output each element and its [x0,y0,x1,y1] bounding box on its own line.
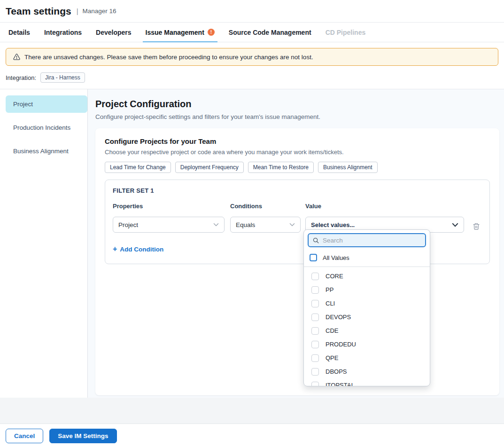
add-condition-label: Add Condition [120,246,163,253]
title-divider: | [77,7,78,15]
tab-cd-pipelines: CD Pipelines [326,23,366,42]
section-subtitle: Configure project-specific settings and … [95,113,499,120]
page-title: Team settings [6,6,71,17]
card-title: Configure Projects for your Team [105,137,490,145]
all-values-option[interactable]: All Values [304,251,430,267]
page: Team settings | Manager 16 Details Integ… [0,0,504,447]
properties-select[interactable]: Project [113,217,225,233]
checkbox-all-values[interactable] [310,254,317,261]
checkbox-dbops[interactable] [311,368,319,376]
main-panel: Project Configuration Configure project-… [88,89,504,398]
option-qpe-label: QPE [326,354,338,361]
trash-icon [473,222,480,230]
banner-zone: There are unsaved changes. Please save t… [0,48,504,89]
dropdown-search [308,233,426,247]
warning-triangle-icon [13,53,21,61]
tab-integrations[interactable]: Integrations [44,23,82,42]
search-input[interactable] [323,237,421,244]
checkbox-cli[interactable] [311,300,319,307]
footer-action-bar: Cancel Save IM Settings [0,423,504,447]
checkbox-pp[interactable] [311,286,319,294]
bottom-strip [0,398,504,423]
sidebar-item-production-incidents[interactable]: Production Incidents [6,119,87,136]
sidebar-item-production-incidents-label: Production Incidents [13,124,70,131]
sidebar-item-business-alignment-label: Business Alignment [13,148,69,155]
chip-business-alignment[interactable]: Business Alignment [318,162,378,173]
tab-source-code-management[interactable]: Source Code Management [229,23,311,42]
chevron-down-icon [213,223,219,227]
option-pp[interactable]: PP [304,283,430,297]
option-core-label: CORE [326,273,343,280]
chip-deployment-frequency[interactable]: Deployment Frequency [175,162,244,173]
checkbox-core[interactable] [311,273,319,280]
conditions-select-value: Equals [236,221,255,228]
option-devops[interactable]: DEVOPS [304,310,430,324]
delete-condition-button[interactable] [473,222,480,230]
metric-chips: Lead Time for Change Deployment Frequenc… [105,162,490,173]
dropdown-options: CORE PP CLI DEVOPS CDE PRODEDU QPE DBOPS… [304,267,430,386]
option-cde-label: CDE [326,327,338,334]
option-prodedu[interactable]: PRODEDU [304,337,430,351]
conditions-select[interactable]: Equals [230,217,301,233]
card-subtitle: Choose your respective project or code a… [105,149,490,156]
chip-lead-time-for-change[interactable]: Lead Time for Change [105,162,171,173]
tab-cd-pipelines-label: CD Pipelines [326,29,366,36]
section-title: Project Configuration [95,99,499,110]
option-cli[interactable]: CLI [304,297,430,310]
option-prodedu-label: PRODEDU [326,341,356,348]
tab-details[interactable]: Details [8,23,30,42]
option-cli-label: CLI [326,300,335,307]
configure-projects-card: Configure Projects for your Team Choose … [95,128,499,395]
option-pp-label: PP [326,286,333,293]
properties-select-value: Project [118,221,138,228]
banner-text: There are unsaved changes. Please save t… [24,54,313,61]
filter-set-1: FILTER SET 1 Properties Project Conditio… [105,180,490,264]
option-cde[interactable]: CDE [304,324,430,337]
chevron-down-icon [452,223,458,227]
value-dropdown: All Values CORE PP CLI DEVOPS CDE PRODED… [303,229,430,386]
save-im-settings-button[interactable]: Save IM Settings [49,429,116,443]
checkbox-prodedu[interactable] [311,341,319,348]
tab-issue-management[interactable]: Issue Management ! [146,23,215,42]
team-name-label: Manager 16 [83,8,116,15]
option-dbops[interactable]: DBOPS [304,365,430,378]
option-qpe[interactable]: QPE [304,351,430,365]
integration-chip[interactable]: Jira - Harness [40,72,85,83]
unsaved-changes-banner: There are unsaved changes. Please save t… [6,48,498,66]
sidebar-item-project[interactable]: Project [6,95,87,113]
tab-developers-label: Developers [96,29,131,36]
tab-issue-management-label: Issue Management [146,29,204,36]
checkbox-qpe[interactable] [311,354,319,362]
search-icon [312,237,319,244]
all-values-label: All Values [323,254,349,261]
tab-details-label: Details [8,29,30,36]
value-label: Value [305,203,464,210]
checkbox-devops[interactable] [311,314,319,321]
tab-bar: Details Integrations Developers Issue Ma… [0,23,504,42]
option-dbops-label: DBOPS [326,368,347,375]
integration-label: Integration: [6,74,36,81]
sidebar-item-business-alignment[interactable]: Business Alignment [6,142,87,160]
tab-developers[interactable]: Developers [96,23,131,42]
filter-set-title: FILTER SET 1 [113,187,482,194]
conditions-label: Conditions [230,203,301,210]
sidebar-item-project-label: Project [13,101,33,108]
option-itopstai[interactable]: ITOPSTAI [304,378,430,386]
chip-mean-time-to-restore[interactable]: Mean Time to Restore [248,162,314,173]
integration-row: Integration: Jira - Harness [0,71,504,89]
properties-label: Properties [113,203,225,210]
settings-sidebar: Project Production Incidents Business Al… [0,89,88,398]
header: Team settings | Manager 16 [0,0,504,23]
option-itopstai-label: ITOPSTAI [326,382,353,386]
chevron-down-icon [289,223,295,227]
filter-row: Properties Project Conditions Equals [113,203,482,233]
tab-source-code-management-label: Source Code Management [229,29,311,36]
plus-icon: + [113,245,117,253]
value-multiselect-placeholder: Select values... [311,221,355,228]
option-core[interactable]: CORE [304,269,430,283]
cancel-button[interactable]: Cancel [6,429,43,443]
checkbox-cde[interactable] [311,327,319,335]
tab-integrations-label: Integrations [44,29,82,36]
unsaved-alert-badge-icon: ! [208,29,215,36]
checkbox-itopstai[interactable] [311,382,319,387]
